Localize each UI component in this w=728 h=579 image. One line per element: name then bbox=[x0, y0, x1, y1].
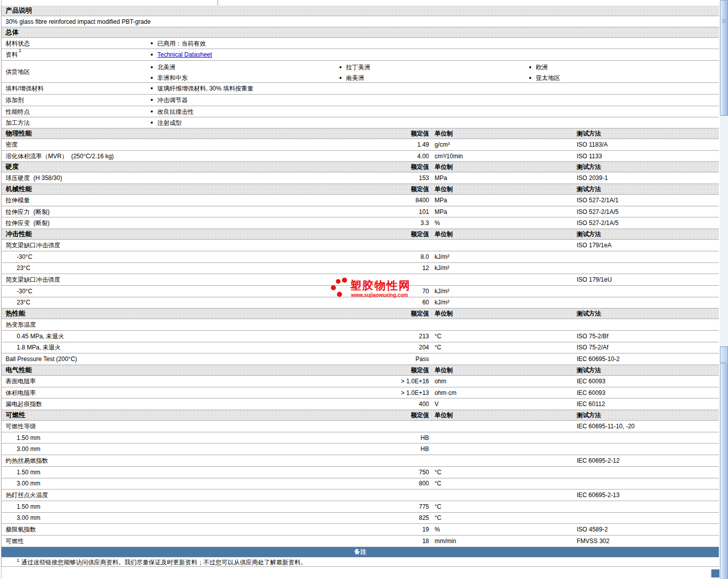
column-header-method: 测试方法 bbox=[577, 185, 601, 194]
bullet-icon bbox=[151, 77, 153, 79]
property-label-text: 球压硬度 bbox=[6, 174, 30, 182]
property-value: Pass bbox=[325, 355, 429, 363]
scrollbar-thumb[interactable] bbox=[720, 0, 728, 116]
bullet-text: 改良抗撞击性 bbox=[157, 108, 194, 115]
section-header-row: 产品说明 bbox=[2, 6, 719, 16]
property-value: 70 bbox=[325, 288, 429, 295]
property-value: HB bbox=[325, 446, 429, 453]
vertical-scrollbar[interactable] bbox=[720, 0, 728, 579]
bullet-item: 南美洲 bbox=[339, 74, 364, 82]
bullet-icon bbox=[151, 42, 153, 44]
property-label: 拉伸应变(断裂) bbox=[6, 219, 50, 228]
property-label-text: 密度 bbox=[6, 141, 18, 148]
property-label: 0.45 MPa, 未退火 bbox=[17, 332, 64, 340]
bullet-icon bbox=[151, 66, 153, 68]
section-header-row: 冲击性能额定值单位制测试方法 bbox=[2, 229, 719, 240]
bullet-icon bbox=[529, 77, 531, 79]
property-condition: (H 358/30) bbox=[33, 174, 62, 182]
property-label: 球压硬度(H 358/30) bbox=[6, 174, 62, 183]
property-label: 拉伸应力(断裂) bbox=[6, 207, 50, 216]
remark-bar: 备注 bbox=[2, 547, 719, 557]
column-header-value: 额定值 bbox=[325, 366, 429, 375]
property-unit: MPa bbox=[435, 197, 447, 204]
test-method: ISO 4589-2 bbox=[577, 526, 608, 533]
section-header-row: 可燃性额定值单位制测试方法 bbox=[2, 410, 719, 421]
column-header-value: 额定值 bbox=[325, 129, 429, 138]
general-row: 性能特点改良抗撞击性 bbox=[2, 106, 719, 117]
bullet-item: 注射成型 bbox=[151, 118, 182, 127]
property-unit: °C bbox=[435, 503, 441, 510]
property-label: 密度 bbox=[6, 140, 18, 149]
test-method: ISO 179/1eU bbox=[577, 276, 612, 283]
property-label-text: 拉伸应力 bbox=[6, 208, 30, 215]
bullet-text: 非洲和中东 bbox=[157, 74, 188, 81]
bullet-item: 拉丁美洲 bbox=[339, 63, 370, 72]
property-unit: mm/min bbox=[435, 538, 456, 545]
property-label: 23°C bbox=[17, 299, 30, 306]
column-header-method: 测试方法 bbox=[577, 163, 601, 171]
test-method: IEC 60093 bbox=[577, 389, 606, 396]
property-value: 213 bbox=[325, 333, 429, 340]
property-label-text: 灼热丝易燃指数 bbox=[6, 457, 48, 464]
property-row: 简支梁缺口冲击强度ISO 179/1eA bbox=[2, 240, 719, 251]
bullet-item: 改良抗撞击性 bbox=[151, 107, 194, 116]
section-header-row: 机械性能额定值单位制测试方法 bbox=[2, 184, 719, 195]
bullet-item: 欧洲 bbox=[529, 63, 548, 72]
bullet-text: 北美洲 bbox=[157, 64, 176, 71]
property-label: 可燃性等级 bbox=[6, 422, 36, 430]
property-value: 19 bbox=[325, 526, 429, 533]
property-row: 3.00 mmHB bbox=[2, 443, 719, 455]
property-label-text: 0.45 MPa, 未退火 bbox=[17, 332, 64, 339]
bullet-text: 拉丁美洲 bbox=[346, 64, 370, 71]
property-row: 0.45 MPa, 未退火213°CISO 75-2/Bf bbox=[2, 331, 719, 342]
general-row: 填料/增强材料玻璃纤维增强材料, 30% 填料按重量 bbox=[2, 83, 719, 95]
property-label: 供货地区 bbox=[6, 67, 30, 76]
test-method: IEC 60112 bbox=[577, 400, 605, 408]
property-label-text: 23°C bbox=[17, 264, 30, 272]
property-label: 填料/增强材料 bbox=[6, 84, 44, 93]
property-row: 溶化体积流率（MVR）(250°C/2.16 kg)4.00cm³/10minI… bbox=[2, 151, 719, 162]
section-title: 可燃性 bbox=[6, 411, 25, 420]
property-label-text: 漏电起痕指数 bbox=[6, 400, 42, 408]
property-value: 750 bbox=[325, 469, 429, 476]
property-unit: °C bbox=[435, 344, 441, 351]
property-label-text: 简支梁缺口冲击强度 bbox=[6, 276, 60, 283]
property-row: 球压硬度(H 358/30)153MPaISO 2039-1 bbox=[2, 172, 719, 184]
test-method: ISO 2039-1 bbox=[577, 174, 608, 182]
product-description: 30% glass fibre reinforced impact modifi… bbox=[6, 18, 151, 25]
property-value: 4.00 bbox=[325, 153, 429, 160]
property-row: 23°C60kJ/m² bbox=[2, 297, 719, 309]
property-value: HB bbox=[325, 434, 429, 441]
section-title: 冲击性能 bbox=[6, 230, 32, 239]
property-label: -30°C bbox=[17, 253, 32, 260]
column-header-unit: 单位制 bbox=[435, 185, 453, 194]
property-unit: °C bbox=[435, 480, 441, 487]
bullet-icon bbox=[529, 66, 531, 68]
test-method: IEC 60695-2-12 bbox=[577, 457, 620, 464]
scrollbar-thumb-lower[interactable] bbox=[720, 363, 728, 579]
property-label: 溶化体积流率（MVR）(250°C/2.16 kg) bbox=[6, 152, 114, 160]
scrollbar-button[interactable] bbox=[720, 346, 728, 363]
product-description-row: 30% glass fibre reinforced impact modifi… bbox=[2, 16, 719, 27]
property-unit: kJ/m² bbox=[435, 264, 449, 272]
scroll-corner-button[interactable] bbox=[711, 569, 719, 577]
technical-datasheet-link[interactable]: Technical Datasheet bbox=[157, 51, 212, 58]
property-label-text: 23°C bbox=[17, 299, 30, 306]
footnote-text: 1通过这些链接您能够访问供应商资料。我们尽量保证及时更新资料；不过您可以从供应商… bbox=[17, 558, 307, 567]
property-unit: % bbox=[435, 526, 440, 533]
property-row: 1.50 mm775°C bbox=[2, 501, 719, 513]
general-row: 供货地区北美洲非洲和中东拉丁美洲南美洲欧洲亚太地区 bbox=[2, 61, 719, 83]
test-method: ISO 527-2/1A/1 bbox=[577, 197, 619, 204]
property-value: 3.3 bbox=[325, 219, 429, 227]
column-header-method: 测试方法 bbox=[577, 129, 601, 138]
property-label: 体积电阻率 bbox=[6, 388, 36, 397]
property-label-text: -30°C bbox=[17, 288, 32, 295]
property-value: 153 bbox=[325, 174, 429, 182]
property-label-text: 1.8 MPa, 未退火 bbox=[17, 344, 61, 351]
column-header-method: 测试方法 bbox=[577, 309, 601, 318]
material-datasheet-page: { "page": { "product_section_title": "产品… bbox=[0, 0, 728, 579]
property-label: 1.50 mm bbox=[17, 503, 40, 510]
property-unit: MPa bbox=[435, 174, 447, 182]
property-label-text: 1.50 mm bbox=[17, 503, 40, 510]
property-label: 拉伸模量 bbox=[6, 196, 30, 204]
